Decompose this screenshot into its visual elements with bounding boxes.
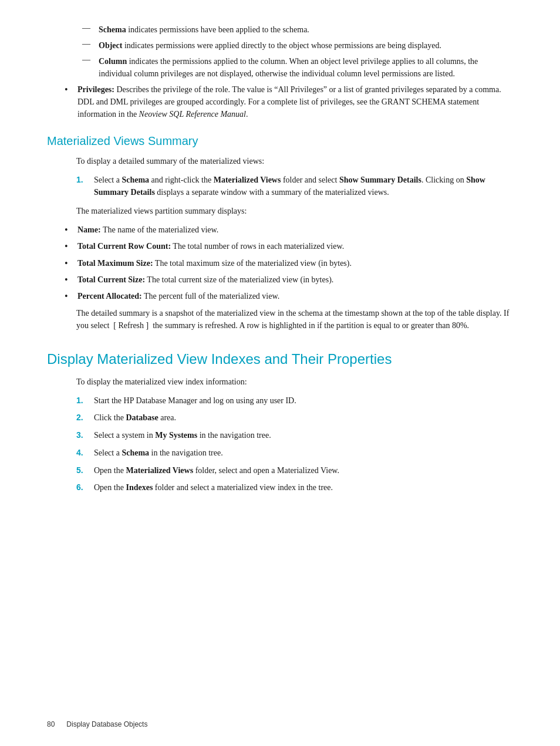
footer: 80 Display Database Objects — [47, 720, 513, 728]
partition-intro: The materialized views partition summary… — [47, 205, 513, 218]
bullet-symbol: • — [65, 290, 75, 303]
intro-dash-list: — Schema indicates permissions have been… — [47, 23, 513, 80]
bullet-symbol: • — [65, 224, 75, 237]
section1-heading: Materialized Views Summary — [47, 134, 513, 148]
current-size-text: Total Current Size: The total current si… — [77, 274, 513, 286]
step-1-text: Select a Schema and right-click the Mate… — [94, 174, 513, 199]
section2-heading: Display Materialized View Indexes and Th… — [47, 351, 513, 367]
bullet-max-size: • Total Maximum Size: The total maximum … — [47, 257, 513, 270]
dash-item-schema: — Schema indicates permissions have been… — [47, 23, 513, 36]
step-4-text: Select a Schema in the navigation tree. — [94, 447, 513, 460]
section2-step-6: 6. Open the Indexes folder and select a … — [76, 481, 513, 494]
step-number-4: 4. — [76, 447, 90, 460]
summary-note: The detailed summary is a snapshot of th… — [47, 307, 513, 332]
bullet-item-privileges: • Privileges: Describes the privilege of… — [47, 83, 513, 120]
section2-intro: To display the materialized view index i… — [47, 376, 513, 389]
bullet-name: • Name: The name of the materialized vie… — [47, 224, 513, 237]
dash-bullet: — — [82, 55, 94, 65]
section1-steps: 1. Select a Schema and right-click the M… — [47, 174, 513, 199]
partition-bullet-list: • Name: The name of the materialized vie… — [47, 224, 513, 303]
step-5-text: Open the Materialized Views folder, sele… — [94, 464, 513, 477]
section1-step-1: 1. Select a Schema and right-click the M… — [76, 174, 513, 199]
section2-step-4: 4. Select a Schema in the navigation tre… — [76, 447, 513, 460]
section2-step-5: 5. Open the Materialized Views folder, s… — [76, 464, 513, 477]
bullet-current-size: • Total Current Size: The total current … — [47, 274, 513, 286]
row-count-text: Total Current Row Count: The total numbe… — [77, 240, 513, 252]
step-3-text: Select a system in My Systems in the nav… — [94, 429, 513, 442]
step-1-text: Start the HP Database Manager and log on… — [94, 394, 513, 407]
section2-step-2: 2. Click the Database area. — [76, 411, 513, 424]
step-6-text: Open the Indexes folder and select a mat… — [94, 481, 513, 494]
max-size-text: Total Maximum Size: The total maximum si… — [77, 257, 513, 269]
step-number-3: 3. — [76, 429, 90, 442]
step-number-5: 5. — [76, 464, 90, 477]
bullet-symbol: • — [65, 274, 75, 286]
dash-bullet: — — [82, 39, 94, 49]
section1-intro: To display a detailed summary of the mat… — [47, 155, 513, 168]
bullet-symbol: • — [65, 83, 75, 96]
bullet-row-count: • Total Current Row Count: The total num… — [47, 240, 513, 253]
name-text: Name: The name of the materialized view. — [77, 224, 513, 236]
bullet-percent: • Percent Allocated: The percent full of… — [47, 290, 513, 303]
dash-bullet: — — [82, 23, 94, 33]
step-number-2: 2. — [76, 411, 90, 424]
schema-text: Schema indicates permissions have been a… — [99, 23, 513, 36]
footer-page-number: 80 — [47, 720, 55, 728]
footer-section-title: Display Database Objects — [66, 720, 147, 728]
section2-steps: 1. Start the HP Database Manager and log… — [47, 394, 513, 494]
column-text: Column indicates the permissions applied… — [99, 55, 513, 80]
bullet-symbol: • — [65, 240, 75, 253]
dash-item-object: — Object indicates permissions were appl… — [47, 39, 513, 52]
percent-text: Percent Allocated: The percent full of t… — [77, 290, 513, 302]
step-number-1: 1. — [76, 174, 90, 187]
step-2-text: Click the Database area. — [94, 411, 513, 424]
step-number-6: 6. — [76, 481, 90, 494]
intro-bullet-list: • Privileges: Describes the privilege of… — [47, 83, 513, 120]
object-text: Object indicates permissions were applie… — [99, 39, 513, 52]
bullet-symbol: • — [65, 257, 75, 270]
step-number-1: 1. — [76, 394, 90, 407]
page: — Schema indicates permissions have been… — [0, 0, 560, 746]
section2-step-3: 3. Select a system in My Systems in the … — [76, 429, 513, 442]
privileges-text: Privileges: Describes the privilege of t… — [77, 83, 513, 120]
section2-step-1: 1. Start the HP Database Manager and log… — [76, 394, 513, 407]
dash-item-column: — Column indicates the permissions appli… — [47, 55, 513, 80]
